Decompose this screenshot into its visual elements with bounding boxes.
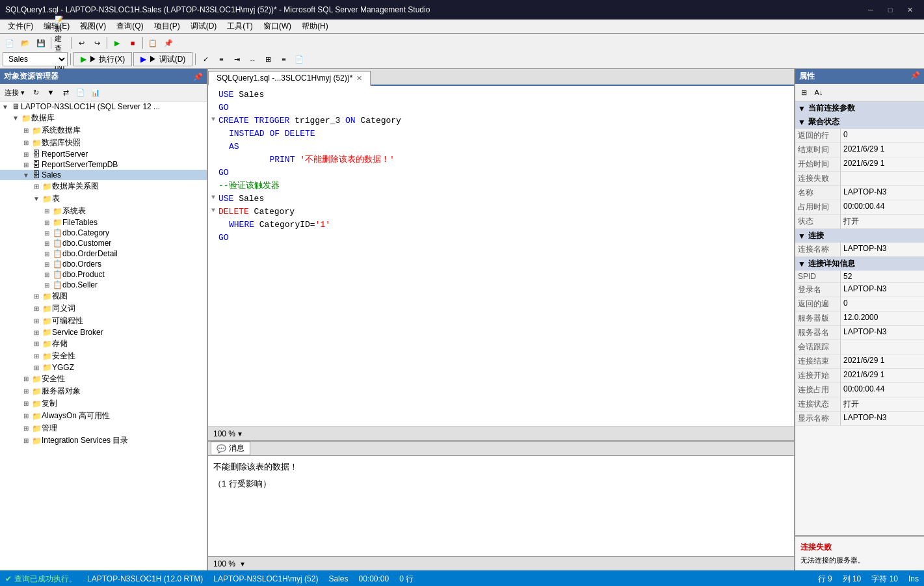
open-btn[interactable]: 📂	[18, 36, 33, 50]
expand-orderdetail[interactable]: ⊞	[42, 250, 52, 258]
tree-item-diagrams[interactable]: ⊞ 📁 数据库关系图	[0, 180, 207, 193]
refresh-btn[interactable]: ↻	[29, 85, 43, 100]
expand-alwayson[interactable]: ⊞	[21, 412, 31, 420]
query-tab[interactable]: SQLQuery1.sql -...3SLOC1H\myj (52))* ✕	[208, 71, 371, 86]
expand-filetables[interactable]: ⊞	[42, 219, 52, 226]
execute-button[interactable]: ▶ ▶ 执行(X)	[73, 52, 132, 66]
tree-item-product[interactable]: ⊞ 📋 dbo.Product	[0, 269, 207, 280]
fold-9[interactable]: ▼	[208, 193, 218, 202]
prop-az-btn[interactable]: A↓	[812, 85, 826, 100]
tree-item-customer[interactable]: ⊞ 📋 dbo.Customer	[0, 238, 207, 248]
tree-item-yggz[interactable]: ⊞ 📁 YGGZ	[0, 362, 207, 373]
tree-item-alwayson[interactable]: ⊞ 📁 AlwaysOn 高可用性	[0, 410, 207, 422]
messages-tab[interactable]: 💬 消息	[211, 442, 250, 455]
tree-item-server[interactable]: ▼ 🖥 LAPTOP-N3SLOC1H (SQL Server 12 ...	[0, 101, 207, 112]
prop-section-aggregate[interactable]: ▼ 聚合状态	[795, 115, 924, 129]
expand-databases[interactable]: ▼	[10, 114, 21, 122]
fold-3[interactable]: ▼	[208, 114, 218, 124]
parse-btn[interactable]: ✓	[198, 52, 213, 66]
debug-button[interactable]: ▶ ▶ 调试(D)	[133, 52, 192, 66]
expand-server-objects[interactable]: ⊞	[21, 388, 31, 395]
expand-replication[interactable]: ⊞	[21, 400, 31, 407]
expand-reportservertempdb[interactable]: ⊞	[21, 161, 31, 168]
expand-storage[interactable]: ⊞	[31, 340, 42, 347]
menu-help[interactable]: 帮助(H)	[297, 20, 334, 33]
tree-item-views[interactable]: ⊞ 📁 视图	[0, 290, 207, 302]
connect-button[interactable]: 连接 ▾	[1, 85, 28, 100]
prop-section-connection[interactable]: ▼ 连接	[795, 229, 924, 243]
fold-10[interactable]: ▼	[208, 206, 218, 215]
format-btn[interactable]: ≡	[214, 52, 228, 66]
expand-system-dbs[interactable]: ⊞	[21, 127, 31, 134]
expand-system-tables[interactable]: ⊞	[42, 207, 52, 215]
tree-item-integration[interactable]: ⊞ 📁 Integration Services 目录	[0, 434, 207, 447]
tree-item-security-sales[interactable]: ⊞ 📁 安全性	[0, 350, 207, 362]
menu-project[interactable]: 项目(P)	[149, 20, 185, 33]
expand-integration[interactable]: ⊞	[21, 437, 31, 444]
tree-item-orders[interactable]: ⊞ 📋 dbo.Orders	[0, 259, 207, 269]
zoom-dropdown[interactable]: ▾	[238, 429, 242, 438]
report-btn[interactable]: 📊	[88, 85, 103, 100]
tree-item-system-tables[interactable]: ⊞ 📁 系统表	[0, 205, 207, 217]
expand-yggz[interactable]: ⊞	[31, 364, 42, 371]
grid-btn[interactable]: ⊞	[261, 52, 275, 66]
prop-sort-btn[interactable]: ⊞	[797, 85, 811, 100]
tree-item-filetables[interactable]: ⊞ 📁 FileTables	[0, 217, 207, 228]
paste-btn[interactable]: 📌	[161, 36, 176, 50]
expand-category[interactable]: ⊞	[42, 230, 52, 237]
menu-window[interactable]: 窗口(W)	[258, 20, 297, 33]
oe-pin-icon[interactable]: 📌	[193, 72, 203, 81]
tree-item-security[interactable]: ⊞ 📁 安全性	[0, 373, 207, 385]
sync-btn[interactable]: ⇄	[59, 85, 73, 100]
menu-query[interactable]: 查询(Q)	[111, 20, 148, 33]
prop-pin-icon[interactable]: 📌	[910, 71, 920, 82]
file-btn[interactable]: 📄	[292, 52, 306, 66]
expand-server[interactable]: ▼	[0, 103, 10, 111]
expand-tables[interactable]: ▼	[31, 195, 42, 202]
expand-reportserver[interactable]: ⊞	[21, 151, 31, 158]
menu-debug[interactable]: 调试(D)	[185, 20, 222, 33]
tree-item-server-objects[interactable]: ⊞ 📁 服务器对象	[0, 385, 207, 397]
menu-tools[interactable]: 工具(T)	[222, 20, 257, 33]
new-query-btn[interactable]: 📝 新建查询(N)	[54, 36, 68, 50]
tree-item-service-broker[interactable]: ⊞ 📁 Service Broker	[0, 327, 207, 338]
expand-security-sales[interactable]: ⊞	[31, 353, 42, 360]
expand-management[interactable]: ⊞	[21, 425, 31, 432]
tab-close-button[interactable]: ✕	[356, 74, 362, 83]
stop-btn[interactable]: ■	[125, 36, 140, 50]
tree-item-storage[interactable]: ⊞ 📁 存储	[0, 338, 207, 350]
close-button[interactable]: ✕	[901, 3, 919, 17]
new-btn-oe[interactable]: 📄	[73, 85, 88, 100]
maximize-button[interactable]: □	[881, 3, 899, 17]
expand-customer[interactable]: ⊞	[42, 240, 52, 247]
menu-view[interactable]: 视图(V)	[75, 20, 111, 33]
tree-item-databases[interactable]: ▼ 📁 数据库	[0, 112, 207, 124]
new-btn[interactable]: 📄	[3, 36, 17, 50]
tree-item-management[interactable]: ⊞ 📁 管理	[0, 422, 207, 434]
tree-item-orderdetail[interactable]: ⊞ 📋 dbo.OrderDetail	[0, 248, 207, 259]
save-btn[interactable]: 💾	[34, 36, 48, 50]
expand-sales[interactable]: ▼	[21, 172, 31, 179]
tree-item-replication[interactable]: ⊞ 📁 复制	[0, 397, 207, 410]
expand-service-broker[interactable]: ⊞	[31, 329, 42, 336]
tree-item-system-dbs[interactable]: ⊞ 📁 系统数据库	[0, 124, 207, 137]
expand-snapshots[interactable]: ⊞	[21, 139, 31, 146]
tree-item-programmability[interactable]: ⊞ 📁 可编程性	[0, 315, 207, 327]
database-selector[interactable]: Sales	[3, 52, 68, 66]
expand-seller[interactable]: ⊞	[42, 282, 52, 289]
sql-editor[interactable]: USE Sales GO ▼ CREATE TRIGGER trigger_3 …	[208, 86, 794, 426]
expand-programmability[interactable]: ⊞	[31, 317, 42, 325]
expand-security[interactable]: ⊞	[21, 375, 31, 382]
menu-file[interactable]: 文件(F)	[3, 20, 38, 33]
run-btn[interactable]: ▶	[110, 36, 124, 50]
expand-synonyms[interactable]: ⊞	[31, 305, 42, 312]
redo-btn[interactable]: ↪	[90, 36, 104, 50]
prop-section-connection-params[interactable]: ▼ 当前连接参数	[795, 101, 924, 115]
minimize-button[interactable]: ─	[862, 3, 880, 17]
expand-orders[interactable]: ⊞	[42, 261, 52, 268]
tree-item-seller[interactable]: ⊞ 📋 dbo.Seller	[0, 280, 207, 290]
tree-item-snapshots[interactable]: ⊞ 📁 数据库快照	[0, 137, 207, 149]
expand-product[interactable]: ⊞	[42, 271, 52, 278]
results-zoom-dropdown[interactable]: ▾	[241, 559, 244, 568]
undo-btn[interactable]: ↩	[74, 36, 88, 50]
